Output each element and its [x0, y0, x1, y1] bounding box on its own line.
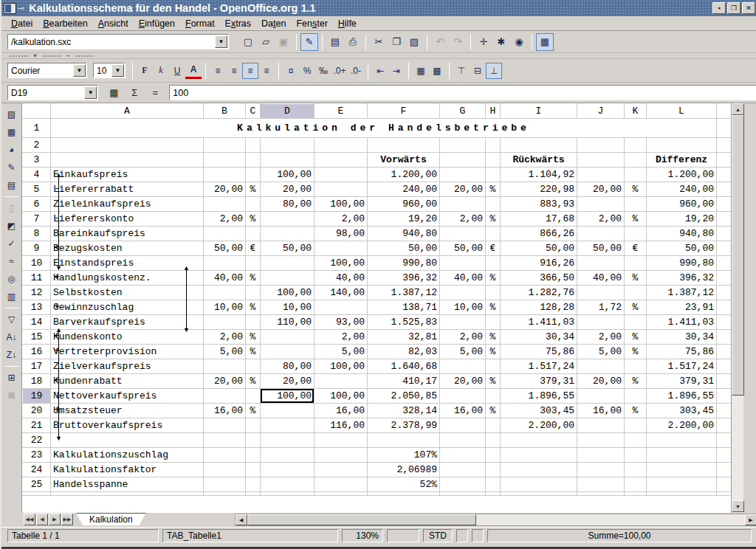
cell-A16[interactable]: +Vertreterprovision	[51, 345, 204, 359]
cell-reference-value[interactable]: D19	[8, 88, 83, 98]
menu-ansicht[interactable]: Ansicht	[93, 17, 134, 30]
cell-C25[interactable]	[246, 477, 261, 492]
col-header-H[interactable]: H	[486, 104, 501, 119]
close-button[interactable]: ✕	[742, 2, 755, 14]
cell-K14[interactable]	[625, 315, 647, 330]
cell-F4[interactable]: 1.200,00	[368, 168, 440, 182]
cell-H14[interactable]	[486, 315, 501, 330]
cell-G19[interactable]	[440, 389, 486, 404]
row-header-4[interactable]: 4	[23, 168, 51, 182]
cell-partial-14[interactable]	[717, 315, 732, 330]
bold-icon[interactable]: F	[137, 63, 153, 79]
cell-I19[interactable]: 1.896,55	[501, 389, 577, 404]
cell-L8[interactable]: 940,80	[647, 227, 717, 241]
cell-A3[interactable]	[51, 153, 204, 168]
sum-icon[interactable]: Σ	[126, 86, 142, 100]
cell-A23[interactable]: Kalkulationszuschlag	[51, 448, 204, 463]
insert-chart-icon[interactable]: ◕	[3, 141, 21, 159]
cell-J15[interactable]: 2,00	[577, 330, 625, 345]
cell-D17[interactable]: 80,00	[261, 359, 315, 374]
cell-I17[interactable]: 1.517,24	[501, 359, 577, 374]
cell-L20[interactable]: 303,45	[647, 404, 717, 418]
cell-L24[interactable]	[647, 463, 717, 477]
cell-H21[interactable]	[486, 418, 501, 433]
cell-E22[interactable]	[315, 433, 368, 448]
scroll-up-icon[interactable]: ▲	[732, 103, 744, 115]
cell-I25[interactable]	[501, 477, 577, 492]
last-sheet-button[interactable]: ▶▶	[61, 514, 73, 525]
sort-ascending-icon[interactable]: A↓	[3, 328, 21, 346]
cell-K10[interactable]	[625, 256, 647, 271]
cell-B4[interactable]	[204, 168, 246, 182]
cell-J10[interactable]	[577, 256, 625, 271]
cell-C2[interactable]	[246, 138, 261, 153]
cell-F12[interactable]: 1.387,12	[368, 286, 440, 300]
cell-H16[interactable]: %	[486, 345, 501, 359]
cell-G6[interactable]	[440, 197, 486, 212]
cell-reference-box[interactable]: D19 ▼	[7, 85, 98, 100]
cell-H17[interactable]	[486, 359, 501, 374]
cell-H15[interactable]: %	[486, 330, 501, 345]
cell-G14[interactable]	[440, 315, 486, 330]
row-header-17[interactable]: 17	[23, 359, 51, 374]
cell-D10[interactable]	[261, 256, 315, 271]
cell-F24[interactable]: 2,06989	[368, 463, 440, 477]
row-header-2[interactable]: 2	[23, 138, 51, 153]
cell-L16[interactable]: 75,86	[647, 345, 717, 359]
cell-H18[interactable]: %	[486, 374, 501, 389]
cell-C13[interactable]: %	[246, 300, 261, 315]
cell-I13[interactable]: 128,28	[501, 300, 577, 315]
cell-E14[interactable]: 93,00	[315, 315, 368, 330]
cell-B5[interactable]: 20,00	[204, 182, 246, 197]
cell-E15[interactable]: 2,00	[315, 330, 368, 345]
cell-A11[interactable]: +Handlungskostenz.	[51, 271, 204, 286]
cell-B12[interactable]	[204, 286, 246, 300]
form-controls-icon[interactable]: ▤	[3, 176, 21, 194]
cell-K18[interactable]: %	[625, 374, 647, 389]
cell-I10[interactable]: 916,26	[501, 256, 577, 271]
cell-D25[interactable]	[261, 477, 315, 492]
chevron-down-icon[interactable]: ▼	[73, 64, 86, 77]
cell-I8[interactable]: 866,26	[501, 227, 577, 241]
cell-H4[interactable]	[486, 168, 501, 182]
vertical-scroll-thumb[interactable]	[732, 115, 744, 396]
font-color-icon[interactable]: A	[185, 63, 202, 79]
cell-D14[interactable]: 110,00	[261, 315, 315, 330]
cell-D15[interactable]	[261, 330, 315, 345]
cell-partial-15[interactable]	[717, 330, 732, 345]
cell-F20[interactable]: 328,14	[368, 404, 440, 418]
cell-H3[interactable]	[486, 153, 501, 168]
cell-L9[interactable]: 50,00	[647, 241, 717, 256]
cell-B7[interactable]: 2,00	[204, 212, 246, 227]
cell-J25[interactable]	[577, 477, 625, 492]
cell-F21[interactable]: 2.378,99	[368, 418, 440, 433]
cell-A20[interactable]: +Umsatzsteuer	[51, 404, 204, 418]
cell-F16[interactable]: 82,03	[368, 345, 440, 359]
cell-B25[interactable]	[204, 477, 246, 492]
cell-partial-19[interactable]	[717, 389, 732, 404]
cell-C11[interactable]: %	[246, 271, 261, 286]
number-format-percent-icon[interactable]: %	[299, 63, 315, 79]
select-all-corner[interactable]	[23, 104, 51, 119]
cell-B14[interactable]	[204, 315, 246, 330]
cell-K24[interactable]	[625, 463, 647, 477]
spellcheck-icon[interactable]: ✓	[3, 235, 21, 252]
cell-partial-23[interactable]	[717, 448, 732, 463]
cell-F19[interactable]: 2.050,85	[368, 389, 440, 404]
col-header-C[interactable]: C	[246, 104, 261, 119]
cell-B2[interactable]	[204, 138, 246, 153]
cell-C20[interactable]: %	[246, 404, 261, 418]
cell-I20[interactable]: 303,45	[501, 404, 577, 418]
cell-B9[interactable]: 50,00	[204, 241, 246, 256]
cell-I21[interactable]: 2.200,00	[501, 418, 577, 433]
cell-G7[interactable]: 2,00	[440, 212, 486, 227]
cell-J23[interactable]	[577, 448, 625, 463]
row-header-16[interactable]: 16	[23, 345, 51, 359]
cell-partial-7[interactable]	[717, 212, 732, 227]
cell-H22[interactable]	[486, 433, 501, 448]
cell-E21[interactable]: 116,00	[315, 418, 368, 433]
row-header-3[interactable]: 3	[23, 153, 51, 168]
cell-H8[interactable]	[486, 227, 501, 241]
cell-F2[interactable]	[368, 138, 440, 153]
row-header-7[interactable]: 7	[23, 212, 51, 227]
